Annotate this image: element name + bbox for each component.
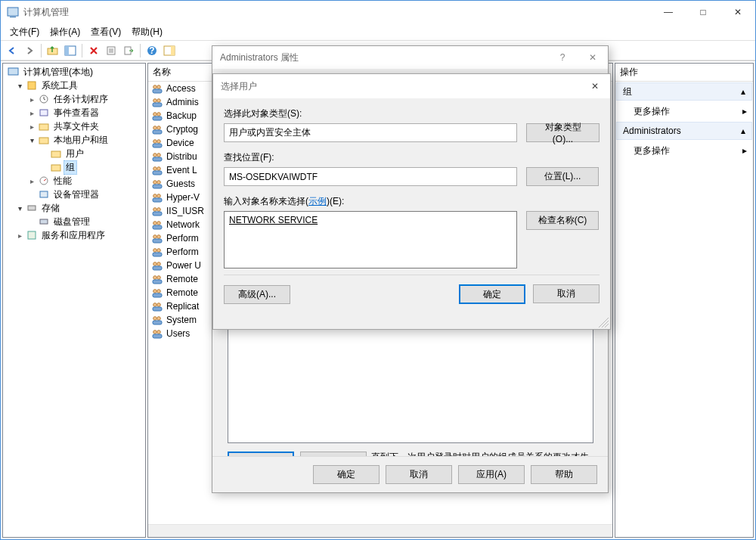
locations-button[interactable]: 位置(L)... <box>526 167 599 186</box>
group-icon <box>151 246 163 258</box>
group-icon <box>151 205 163 217</box>
check-names-button[interactable]: 检查名称(C) <box>526 211 599 230</box>
svg-point-63 <box>153 249 157 253</box>
location-field: MS-OSEDKVAIWDTF <box>224 167 517 186</box>
tree-system-tools[interactable]: ▾系统工具 <box>3 79 145 92</box>
tree-task-scheduler[interactable]: ▸任务计划程序 <box>3 92 145 106</box>
select-user-dialog: 选择用户 ✕ 选择此对象类型(S): 用户或内置安全主体 对象类型(O)... … <box>212 73 611 330</box>
tree-local-users-groups[interactable]: ▾本地用户和组 <box>3 133 145 147</box>
svg-text:?: ? <box>149 45 154 56</box>
group-icon <box>151 110 163 122</box>
select-titlebar[interactable]: 选择用户 ✕ <box>213 74 610 98</box>
tree-services-apps[interactable]: ▸服务和应用程序 <box>3 228 145 242</box>
tree-storage[interactable]: ▾存储 <box>3 201 145 215</box>
forward-button[interactable] <box>21 42 38 59</box>
navigation-tree[interactable]: 计算机管理(本地) ▾系统工具 ▸任务计划程序 ▸事件查看器 ▸共享文件夹 ▾本… <box>2 63 146 538</box>
tree-root[interactable]: 计算机管理(本地) <box>3 65 145 79</box>
svg-rect-59 <box>153 225 162 229</box>
resize-grip-icon[interactable] <box>598 317 609 327</box>
svg-rect-41 <box>153 144 162 147</box>
properties-title: Administrators 属性 <box>220 51 547 64</box>
svg-point-69 <box>153 276 157 280</box>
menu-view[interactable]: 查看(V) <box>86 24 125 40</box>
svg-rect-71 <box>153 280 162 284</box>
group-icon <box>151 327 163 340</box>
svg-point-34 <box>157 113 161 116</box>
maximize-button[interactable]: □ <box>686 1 720 23</box>
tree-performance[interactable]: ▸性能 <box>3 174 145 188</box>
back-button[interactable] <box>4 42 20 59</box>
svg-rect-44 <box>153 157 162 161</box>
svg-rect-65 <box>153 253 162 256</box>
actions-more-administrators[interactable]: 更多操作▸ <box>615 141 753 160</box>
properties-ok-button[interactable]: 确定 <box>313 465 380 484</box>
up-folder-button[interactable] <box>45 42 61 59</box>
properties-titlebar[interactable]: Administrators 属性 ? ✕ <box>212 46 608 69</box>
titlebar[interactable]: 计算机管理 — □ ✕ <box>1 1 755 23</box>
select-cancel-button[interactable]: 取消 <box>533 284 600 303</box>
properties-help-button[interactable]: ? <box>547 47 578 68</box>
actions-section-administrators[interactable]: Administrators▴ <box>616 122 752 140</box>
action-pane-button[interactable] <box>161 42 178 59</box>
tree-event-viewer[interactable]: ▸事件查看器 <box>3 106 145 119</box>
properties-button[interactable] <box>103 42 119 59</box>
menu-action[interactable]: 操作(A) <box>45 24 85 40</box>
svg-rect-80 <box>153 321 162 324</box>
object-types-button[interactable]: 对象类型(O)... <box>526 123 600 142</box>
show-hide-tree-button[interactable] <box>62 42 79 59</box>
minimize-button[interactable]: — <box>651 1 686 23</box>
svg-rect-56 <box>153 212 162 216</box>
svg-rect-29 <box>153 89 162 93</box>
group-icon <box>151 178 163 190</box>
help-button[interactable]: ? <box>144 42 160 59</box>
svg-point-76 <box>157 303 161 307</box>
tree-device-manager[interactable]: 设备管理器 <box>3 188 145 201</box>
group-icon <box>151 314 163 326</box>
svg-point-81 <box>153 331 157 334</box>
actions-more-groups[interactable]: 更多操作▸ <box>615 101 753 121</box>
delete-button[interactable] <box>85 42 102 59</box>
svg-rect-35 <box>153 116 162 120</box>
examples-link[interactable]: 示例 <box>308 196 327 206</box>
svg-point-30 <box>153 99 157 103</box>
svg-point-54 <box>153 208 157 212</box>
close-button[interactable]: ✕ <box>720 1 755 23</box>
svg-rect-53 <box>153 198 162 202</box>
svg-point-45 <box>153 167 157 171</box>
object-type-field: 用户或内置安全主体 <box>224 123 517 142</box>
svg-rect-25 <box>40 219 48 224</box>
actions-section-groups[interactable]: 组▴ <box>616 82 752 101</box>
svg-rect-47 <box>153 171 162 175</box>
menu-help[interactable]: 帮助(H) <box>127 24 167 40</box>
svg-rect-17 <box>40 110 48 116</box>
group-icon <box>151 151 163 163</box>
tree-users[interactable]: 用户 <box>3 147 145 160</box>
actions-header: 操作 <box>615 64 753 82</box>
tree-disk-management[interactable]: 磁盘管理 <box>3 215 145 228</box>
export-button[interactable] <box>120 42 137 59</box>
tree-shared-folders[interactable]: ▸共享文件夹 <box>3 119 145 133</box>
svg-point-67 <box>157 262 161 266</box>
properties-button-row: 确定 取消 应用(A) 帮助 <box>212 456 608 492</box>
menubar: 文件(F) 操作(A) 查看(V) 帮助(H) <box>1 23 755 40</box>
horizontal-scrollbar[interactable] <box>148 524 612 537</box>
svg-point-58 <box>157 222 161 225</box>
svg-rect-38 <box>153 130 162 134</box>
svg-rect-62 <box>153 239 162 243</box>
group-icon <box>151 273 163 285</box>
group-icon <box>151 96 163 108</box>
svg-rect-50 <box>153 185 162 188</box>
properties-help-button2[interactable]: 帮助 <box>531 465 597 484</box>
properties-close-button[interactable]: ✕ <box>578 47 608 68</box>
select-close-button[interactable]: ✕ <box>580 76 610 97</box>
select-ok-button[interactable]: 确定 <box>459 284 525 304</box>
svg-point-66 <box>153 262 157 266</box>
properties-apply-button[interactable]: 应用(A) <box>458 465 525 484</box>
properties-cancel-button[interactable]: 取消 <box>386 465 452 484</box>
advanced-button[interactable]: 高级(A)... <box>224 285 290 304</box>
svg-point-49 <box>157 181 161 185</box>
tree-groups[interactable]: 组 <box>3 160 145 174</box>
svg-rect-74 <box>153 293 162 297</box>
object-names-input[interactable]: NETWORK SERVICE <box>224 211 517 268</box>
menu-file[interactable]: 文件(F) <box>5 24 44 40</box>
